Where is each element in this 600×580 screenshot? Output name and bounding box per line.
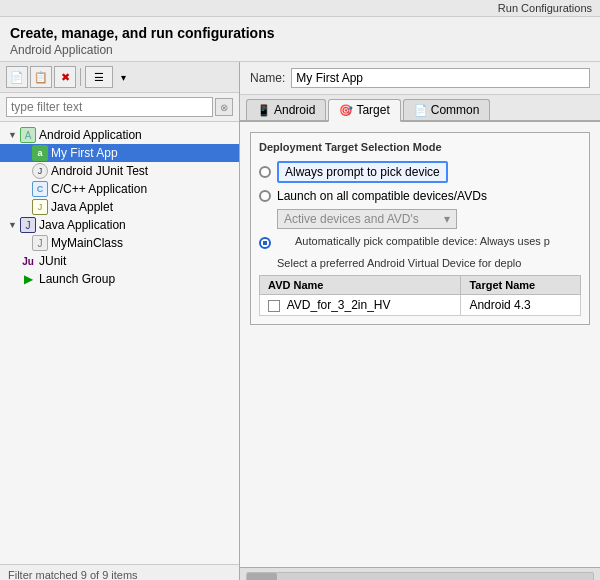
radio-row-auto: Automatically pick compatible device: Al… xyxy=(259,235,581,251)
title-bar-label: Run Configurations xyxy=(498,2,592,14)
common-tab-icon: 📄 xyxy=(414,104,428,117)
target-name-cell: Android 4.3 xyxy=(461,295,581,316)
tab-target[interactable]: 🎯 Target xyxy=(328,99,400,122)
copy-config-button[interactable]: 📋 xyxy=(30,66,52,88)
horizontal-scrollbar[interactable] xyxy=(246,572,594,581)
tabs-row: 📱 Android 🎯 Target 📄 Common xyxy=(240,95,600,122)
avd-table: AVD Name Target Name AVD_for_3_2in_HV An… xyxy=(259,275,581,316)
avd-name-cell: AVD_for_3_2in_HV xyxy=(260,295,461,316)
avd-name-col-header: AVD Name xyxy=(260,276,461,295)
tree-item-android-app-group[interactable]: ▼ A Android Application xyxy=(0,126,239,144)
name-row: Name: xyxy=(240,62,600,95)
filter-row: ⊗ xyxy=(0,93,239,122)
tree-arrow-android: ▼ xyxy=(8,130,20,140)
java-group-icon: J xyxy=(20,217,36,233)
launch-all-label: Launch on all compatible devices/AVDs xyxy=(277,189,487,203)
avd-checkbox[interactable] xyxy=(268,300,280,312)
dialog-title: Create, manage, and run configurations xyxy=(10,25,590,41)
dropdown-value: Active devices and AVD's xyxy=(284,212,419,226)
tree-area: ▼ A Android Application a My First App J… xyxy=(0,122,239,564)
left-toolbar: 📄 📋 ✖ ☰ ▾ xyxy=(0,62,239,93)
tree-item-java-app-group[interactable]: ▼ J Java Application xyxy=(0,216,239,234)
filter-clear-button[interactable]: ⊗ xyxy=(215,98,233,116)
tree-item-my-main-class[interactable]: J MyMainClass xyxy=(0,234,239,252)
radio-launch-all[interactable] xyxy=(259,190,271,202)
avd-dropdown[interactable]: Active devices and AVD's ▾ xyxy=(277,209,457,229)
tree-item-junit-group[interactable]: Ju JUnit xyxy=(0,252,239,270)
tree-item-launch-group[interactable]: ▶ Launch Group xyxy=(0,270,239,288)
deployment-section: Deployment Target Selection Mode Always … xyxy=(250,132,590,325)
auto-label: Automatically pick compatible device: Al… xyxy=(295,235,550,247)
tree-item-java-applet[interactable]: J Java Applet xyxy=(0,198,239,216)
junit-group-icon: Ju xyxy=(20,253,36,269)
android-app-icon: a xyxy=(32,145,48,161)
right-footer-scrollbar xyxy=(240,567,600,580)
main-content: 📄 📋 ✖ ☰ ▾ ⊗ ▼ A Android Application xyxy=(0,61,600,580)
junit-group-label: JUnit xyxy=(39,254,66,268)
scrollbar-thumb xyxy=(247,573,277,581)
tree-item-android-junit[interactable]: J Android JUnit Test xyxy=(0,162,239,180)
title-bar: Run Configurations xyxy=(0,0,600,17)
my-first-app-label: My First App xyxy=(51,146,118,160)
cpp-label: C/C++ Application xyxy=(51,182,147,196)
target-tab-icon: 🎯 xyxy=(339,104,353,117)
tree-item-cpp[interactable]: C C/C++ Application xyxy=(0,180,239,198)
filter-status: Filter matched 9 of 9 items xyxy=(8,569,138,580)
android-tab-icon: 📱 xyxy=(257,104,271,117)
tree-arrow-java-group: ▼ xyxy=(8,220,20,230)
java-applet-icon: J xyxy=(32,199,48,215)
launch-group-icon: ▶ xyxy=(20,271,36,287)
name-label: Name: xyxy=(250,71,285,85)
more-button[interactable]: ▾ xyxy=(115,66,131,88)
delete-config-button[interactable]: ✖ xyxy=(54,66,76,88)
deployment-title: Deployment Target Selection Mode xyxy=(259,141,581,153)
launch-group-label: Launch Group xyxy=(39,272,115,286)
radio-auto[interactable] xyxy=(259,237,271,249)
java-applet-label: Java Applet xyxy=(51,200,113,214)
main-class-icon: J xyxy=(32,235,48,251)
left-panel: 📄 📋 ✖ ☰ ▾ ⊗ ▼ A Android Application xyxy=(0,62,240,580)
name-input[interactable] xyxy=(291,68,590,88)
cpp-icon: C xyxy=(32,181,48,197)
dropdown-row: Active devices and AVD's ▾ xyxy=(277,209,581,229)
toolbar-separator xyxy=(80,68,81,86)
my-main-class-label: MyMainClass xyxy=(51,236,123,250)
android-app-group-label: Android Application xyxy=(39,128,142,142)
junit-icon: J xyxy=(32,163,48,179)
common-tab-label: Common xyxy=(431,103,480,117)
tab-android[interactable]: 📱 Android xyxy=(246,99,326,120)
android-tab-label: Android xyxy=(274,103,315,117)
avd-name-value: AVD_for_3_2in_HV xyxy=(287,298,391,312)
dialog-header: Create, manage, and run configurations A… xyxy=(0,17,600,61)
new-config-button[interactable]: 📄 xyxy=(6,66,28,88)
filter-button[interactable]: ☰ xyxy=(85,66,113,88)
java-app-group-label: Java Application xyxy=(39,218,126,232)
tab-common[interactable]: 📄 Common xyxy=(403,99,491,120)
right-panel: Name: 📱 Android 🎯 Target 📄 Common Deploy… xyxy=(240,62,600,580)
target-name-col-header: Target Name xyxy=(461,276,581,295)
always-prompt-label: Always prompt to pick device xyxy=(277,161,448,183)
left-footer: Filter matched 9 of 9 items xyxy=(0,564,239,580)
radio-always-prompt[interactable] xyxy=(259,166,271,178)
right-content: Deployment Target Selection Mode Always … xyxy=(240,122,600,567)
dropdown-chevron-icon: ▾ xyxy=(444,212,450,226)
table-row: AVD_for_3_2in_HV Android 4.3 xyxy=(260,295,581,316)
dialog-subtitle: Android Application xyxy=(10,43,590,57)
filter-input[interactable] xyxy=(6,97,213,117)
target-tab-label: Target xyxy=(356,103,389,117)
select-preferred-label: Select a preferred Android Virtual Devic… xyxy=(277,257,581,269)
radio-row-launch-all: Launch on all compatible devices/AVDs xyxy=(259,189,581,203)
tree-item-my-first-app[interactable]: a My First App xyxy=(0,144,239,162)
android-group-icon: A xyxy=(20,127,36,143)
radio-row-always-prompt: Always prompt to pick device xyxy=(259,161,581,183)
android-junit-label: Android JUnit Test xyxy=(51,164,148,178)
